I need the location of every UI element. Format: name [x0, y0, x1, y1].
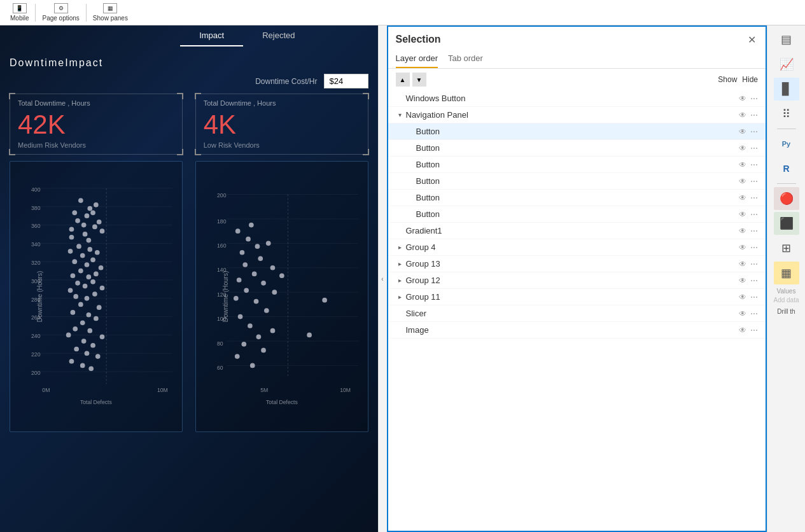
viz-separator: [777, 129, 796, 129]
svg-point-50: [94, 272, 99, 277]
svg-point-115: [237, 314, 242, 319]
more-icon-group13[interactable]: ⋯: [750, 260, 758, 269]
svg-point-108: [261, 281, 266, 286]
eye-icon-button-3[interactable]: 👁: [739, 160, 746, 169]
eye-icon-windows-button[interactable]: 👁: [739, 94, 746, 103]
show-panes-button[interactable]: ▦ Show panes: [89, 2, 132, 23]
eye-icon-group12[interactable]: 👁: [739, 276, 746, 285]
tab-layer-order[interactable]: Layer order: [396, 50, 438, 68]
layer-item-group4[interactable]: ▸Group 4👁⋯: [388, 239, 766, 256]
layer-item-button-5[interactable]: Button👁⋯: [388, 190, 766, 206]
eye-icon-button-1[interactable]: 👁: [739, 127, 746, 136]
viz-custom-3-icon[interactable]: ⊞: [774, 237, 799, 260]
svg-point-62: [87, 312, 92, 318]
svg-text:5M: 5M: [260, 387, 268, 393]
move-up-button[interactable]: ▲: [396, 73, 410, 87]
close-button[interactable]: ✕: [745, 33, 758, 46]
tab-impact[interactable]: Impact: [180, 25, 243, 46]
more-icon-button-5[interactable]: ⋯: [750, 193, 758, 202]
viz-table-icon[interactable]: ▤: [774, 28, 799, 51]
layer-item-navigation-panel[interactable]: ▾Navigation Panel👁⋯: [388, 107, 766, 123]
add-data-side[interactable]: Add data: [773, 297, 799, 304]
eye-icon-navigation-panel[interactable]: 👁: [739, 111, 746, 120]
layer-item-button-3[interactable]: Button👁⋯: [388, 157, 766, 173]
tab-rejected[interactable]: Rejected: [243, 25, 314, 46]
svg-point-124: [307, 333, 312, 338]
eye-icon-image[interactable]: 👁: [739, 326, 746, 335]
viz-custom-2-icon[interactable]: ⬛: [774, 212, 799, 235]
metric-low: Total Downtime , Hours 4K Low Risk Vendo…: [195, 94, 368, 155]
svg-point-32: [97, 220, 102, 225]
eye-icon-group11[interactable]: 👁: [739, 293, 746, 302]
panel-header: Selection ✕: [388, 27, 766, 50]
svg-point-51: [75, 281, 80, 286]
layer-item-button-2[interactable]: Button👁⋯: [388, 140, 766, 157]
svg-point-118: [256, 334, 261, 339]
more-icon-gradient1[interactable]: ⋯: [750, 227, 758, 235]
mobile-button[interactable]: 📱 Mobile: [6, 2, 32, 23]
sidebar-collapse-button[interactable]: ‹: [378, 25, 387, 532]
svg-point-35: [92, 225, 97, 230]
page-options-button[interactable]: ⚙ Page options: [38, 2, 83, 23]
viz-custom-1-icon[interactable]: 🔴: [774, 187, 799, 210]
layer-item-button-4[interactable]: Button👁⋯: [388, 173, 766, 190]
svg-point-70: [90, 343, 95, 348]
more-icon-button-2[interactable]: ⋯: [750, 144, 758, 153]
eye-icon-group13[interactable]: 👁: [739, 260, 746, 269]
svg-text:220: 220: [31, 351, 41, 358]
layer-item-group12[interactable]: ▸Group 12👁⋯: [388, 272, 766, 289]
layer-item-image[interactable]: Image👁⋯: [388, 322, 766, 339]
viz-custom-4-icon[interactable]: ▦: [774, 262, 799, 284]
layer-item-slicer[interactable]: Slicer👁⋯: [388, 305, 766, 322]
show-all-button[interactable]: Show: [718, 75, 737, 84]
svg-point-34: [83, 232, 88, 237]
more-icon-button-1[interactable]: ⋯: [750, 127, 758, 136]
layer-item-gradient1[interactable]: Gradient1👁⋯: [388, 223, 766, 239]
more-icon-button-6[interactable]: ⋯: [750, 210, 758, 219]
more-icon-slicer[interactable]: ⋯: [750, 309, 758, 318]
viz-r-icon[interactable]: R: [774, 157, 799, 180]
chart-right-y-label: Downtime (Hours): [222, 271, 229, 323]
svg-point-29: [85, 213, 90, 218]
more-icon-button-4[interactable]: ⋯: [750, 177, 758, 186]
eye-icon-button-5[interactable]: 👁: [739, 193, 746, 202]
viz-line-icon[interactable]: 📈: [774, 53, 799, 76]
svg-text:10M: 10M: [340, 387, 351, 393]
hide-all-button[interactable]: Hide: [742, 75, 758, 84]
layer-item-group11[interactable]: ▸Group 11👁⋯: [388, 289, 766, 305]
more-icon-group12[interactable]: ⋯: [750, 276, 758, 285]
viz-bar-icon[interactable]: ▊: [774, 78, 799, 101]
svg-point-106: [237, 277, 242, 283]
viz-python-icon[interactable]: Py: [774, 132, 799, 155]
tab-tab-order[interactable]: Tab order: [448, 50, 483, 68]
viz-scatter-icon[interactable]: ⠿: [774, 102, 799, 125]
more-icon-windows-button[interactable]: ⋯: [750, 94, 758, 103]
layer-item-button-1[interactable]: Button👁⋯: [388, 123, 766, 140]
svg-point-65: [73, 326, 78, 332]
more-icon-button-3[interactable]: ⋯: [750, 160, 758, 169]
eye-icon-group4[interactable]: 👁: [739, 243, 746, 252]
svg-point-98: [246, 237, 251, 242]
more-icon-navigation-panel[interactable]: ⋯: [750, 111, 758, 120]
viz-icons-panel: ▤ 📈 ▊ ⠿ Py R 🔴 ⬛ ⊞ ▦ Values Add data Dri…: [767, 25, 805, 532]
move-down-button[interactable]: ▼: [412, 73, 426, 87]
eye-icon-button-6[interactable]: 👁: [739, 210, 746, 219]
more-icon-group4[interactable]: ⋯: [750, 243, 758, 252]
eye-icon-gradient1[interactable]: 👁: [739, 227, 746, 235]
cost-input[interactable]: [324, 74, 368, 88]
svg-point-31: [75, 218, 80, 223]
layer-item-windows-button[interactable]: Windows Button👁⋯: [388, 90, 766, 107]
layer-item-button-6[interactable]: Button👁⋯: [388, 206, 766, 223]
more-icon-image[interactable]: ⋯: [750, 326, 758, 335]
dashboard-title: DowntimeImpact: [10, 57, 368, 69]
eye-icon-button-2[interactable]: 👁: [739, 144, 746, 153]
eye-icon-slicer[interactable]: 👁: [739, 309, 746, 318]
svg-point-102: [242, 262, 248, 267]
canvas-background: Impact Rejected DowntimeImpact Downtime …: [0, 25, 378, 532]
eye-icon-button-4[interactable]: 👁: [739, 177, 746, 186]
layer-item-group13[interactable]: ▸Group 13👁⋯: [388, 256, 766, 272]
svg-point-61: [71, 310, 76, 315]
svg-text:380: 380: [31, 205, 41, 211]
more-icon-group11[interactable]: ⋯: [750, 293, 758, 302]
svg-point-72: [85, 351, 90, 356]
